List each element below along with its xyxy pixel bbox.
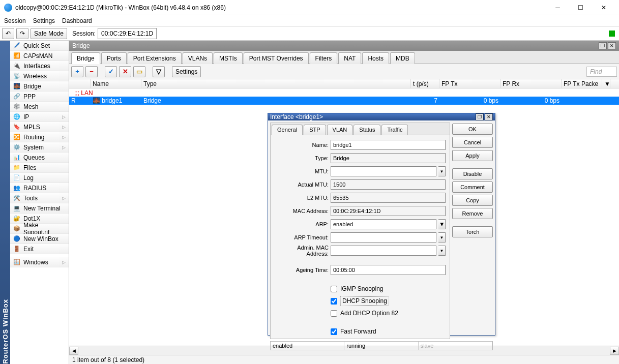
apply-button[interactable]: Apply bbox=[452, 150, 493, 161]
scroll-right-icon[interactable]: ▶ bbox=[610, 347, 619, 355]
sidebar-item-wireless[interactable]: 📡Wireless bbox=[10, 71, 69, 81]
sidebar-item-queues[interactable]: 📊Queues bbox=[10, 153, 69, 163]
name-input[interactable]: bridge1 bbox=[331, 140, 446, 150]
sidebar-item-make-supout-rif[interactable]: 📦Make Supout.rif bbox=[10, 224, 69, 234]
undo-button[interactable]: ↶ bbox=[2, 28, 14, 39]
subwin-close-button[interactable]: ✕ bbox=[608, 42, 616, 49]
filter-button[interactable]: ▽ bbox=[153, 66, 165, 77]
fast-forward-checkbox[interactable] bbox=[331, 328, 337, 335]
mtu-input[interactable] bbox=[331, 166, 436, 176]
admin-mac-input[interactable] bbox=[331, 246, 436, 256]
tab-nat[interactable]: NAT bbox=[338, 52, 361, 64]
tab-port-mst-overrides[interactable]: Port MST Overrides bbox=[244, 52, 309, 64]
sidebar-item-radius[interactable]: 👥RADIUS bbox=[10, 183, 69, 193]
submenu-arrow-icon: ▷ bbox=[62, 196, 66, 201]
copy-button[interactable]: Copy bbox=[452, 195, 493, 206]
amac-dd-icon[interactable]: ▼ bbox=[438, 246, 446, 256]
sidebar-item-ip[interactable]: 🌐IP▷ bbox=[10, 112, 69, 122]
dialog-tab-traffic[interactable]: Traffic bbox=[381, 125, 408, 135]
remove-button[interactable]: − bbox=[85, 66, 98, 77]
dialog-restore-button[interactable]: ❐ bbox=[476, 113, 484, 120]
menu-settings[interactable]: Settings bbox=[33, 17, 55, 24]
sidebar-brand: RouterOS WinBox bbox=[0, 41, 10, 364]
ageing-input[interactable]: 00:05:00 bbox=[331, 265, 446, 275]
add-button[interactable]: + bbox=[71, 66, 83, 77]
menu-icon: 🌉 bbox=[13, 83, 20, 90]
subwin-restore-button[interactable]: ❐ bbox=[599, 42, 607, 49]
column-menu-icon[interactable]: ▼ bbox=[602, 79, 610, 88]
settings-button[interactable]: Settings bbox=[172, 66, 201, 77]
tab-hosts[interactable]: Hosts bbox=[362, 52, 389, 64]
sidebar-item-windows[interactable]: 🪟Windows▷ bbox=[10, 257, 69, 267]
column-header[interactable]: FP Tx bbox=[439, 79, 500, 88]
window-titlebar: oldcopy@00:0C:29:E4:12:1D (MikroTik) - W… bbox=[0, 0, 619, 15]
scroll-left-icon[interactable]: ◀ bbox=[69, 347, 78, 355]
find-input[interactable]: Find bbox=[586, 67, 617, 77]
sidebar-item-capsman[interactable]: 📶CAPsMAN bbox=[10, 51, 69, 61]
minimize-button[interactable]: ─ bbox=[546, 0, 569, 15]
disable-button[interactable]: Disable bbox=[452, 168, 493, 179]
enable-button[interactable]: ✓ bbox=[105, 66, 117, 77]
sidebar-item-tools[interactable]: 🛠️Tools▷ bbox=[10, 193, 69, 203]
sidebar-item-routing[interactable]: 🔀Routing▷ bbox=[10, 132, 69, 142]
sidebar-item-new-winbox[interactable]: 🔵New WinBox bbox=[10, 234, 69, 244]
app-icon bbox=[4, 4, 12, 12]
column-header[interactable]: FP Rx bbox=[500, 79, 562, 88]
column-header[interactable]: Name bbox=[91, 79, 141, 88]
sidebar-item-log[interactable]: 📄Log bbox=[10, 173, 69, 183]
tab-vlans[interactable]: VLANs bbox=[183, 52, 213, 64]
sidebar-item-interfaces[interactable]: 🔌Interfaces bbox=[10, 61, 69, 71]
sidebar-item-bridge[interactable]: 🌉Bridge bbox=[10, 81, 69, 92]
dialog-tab-general[interactable]: General bbox=[272, 125, 303, 135]
arp-dd-icon[interactable]: ⯆ bbox=[438, 219, 446, 229]
menu-session[interactable]: Session bbox=[4, 17, 26, 24]
sidebar-item-exit[interactable]: 🚪Exit bbox=[10, 244, 69, 254]
close-button[interactable]: ✕ bbox=[592, 0, 615, 15]
arp-timeout-input[interactable] bbox=[331, 232, 436, 242]
dialog-tab-vlan[interactable]: VLAN bbox=[327, 125, 353, 135]
tab-mdb[interactable]: MDB bbox=[390, 52, 415, 64]
sidebar-item-new-terminal[interactable]: 💻New Terminal bbox=[10, 203, 69, 214]
maximize-button[interactable]: ☐ bbox=[569, 0, 592, 15]
sidebar-item-label: CAPsMAN bbox=[23, 52, 52, 59]
disable-button[interactable]: ✕ bbox=[119, 66, 131, 77]
table-cell: 7 bbox=[411, 97, 439, 104]
tab-mstis[interactable]: MSTIs bbox=[214, 52, 243, 64]
torch-button[interactable]: Torch bbox=[452, 226, 493, 237]
igmp-checkbox[interactable] bbox=[331, 286, 337, 292]
menu-dashboard[interactable]: Dashboard bbox=[62, 17, 92, 24]
column-header[interactable]: t (p/s) bbox=[411, 79, 439, 88]
sidebar-item-quick-set[interactable]: 🖊️Quick Set bbox=[10, 41, 69, 51]
comment-button[interactable]: ▭ bbox=[133, 66, 145, 77]
column-header[interactable] bbox=[69, 79, 91, 88]
arp-select[interactable]: enabled bbox=[331, 219, 436, 229]
sidebar-item-system[interactable]: ⚙️System▷ bbox=[10, 142, 69, 153]
status-enabled: enabled bbox=[271, 342, 344, 350]
sidebar-item-mesh[interactable]: 🕸️Mesh bbox=[10, 102, 69, 112]
arpt-dd-icon[interactable]: ▼ bbox=[438, 232, 446, 242]
comment-button[interactable]: Comment bbox=[452, 181, 493, 193]
sidebar-item-files[interactable]: 📁Files bbox=[10, 163, 69, 173]
tab-filters[interactable]: Filters bbox=[310, 52, 338, 64]
tab-ports[interactable]: Ports bbox=[101, 52, 127, 64]
sidebar-item-ppp[interactable]: 🔗PPP bbox=[10, 92, 69, 102]
opt82-checkbox[interactable] bbox=[331, 310, 337, 317]
column-header[interactable]: Type bbox=[141, 79, 411, 88]
redo-button[interactable]: ↷ bbox=[16, 28, 28, 39]
safe-mode-button[interactable]: Safe Mode bbox=[31, 28, 67, 39]
dialog-tab-stp[interactable]: STP bbox=[304, 125, 326, 135]
tab-bridge[interactable]: Bridge bbox=[71, 52, 100, 64]
remove-button[interactable]: Remove bbox=[452, 208, 493, 219]
dialog-tab-status[interactable]: Status bbox=[353, 125, 380, 135]
dialog-close-button[interactable]: ✕ bbox=[485, 113, 493, 120]
dialog-title[interactable]: Interface <bridge1> ❐ ✕ bbox=[268, 113, 495, 120]
cancel-button[interactable]: Cancel bbox=[452, 137, 493, 148]
mtu-dd-icon[interactable]: ▼ bbox=[438, 166, 446, 176]
ok-button[interactable]: OK bbox=[452, 124, 493, 135]
tab-port-extensions[interactable]: Port Extensions bbox=[128, 52, 182, 64]
type-label: Type: bbox=[275, 155, 329, 161]
table-row[interactable]: R🌉 bridge1Bridge70 bps0 bps bbox=[69, 97, 619, 105]
dhcp-checkbox[interactable] bbox=[331, 298, 337, 305]
sidebar-item-mpls[interactable]: 🔖MPLS▷ bbox=[10, 122, 69, 132]
column-header[interactable]: FP Tx Packe bbox=[562, 79, 602, 88]
